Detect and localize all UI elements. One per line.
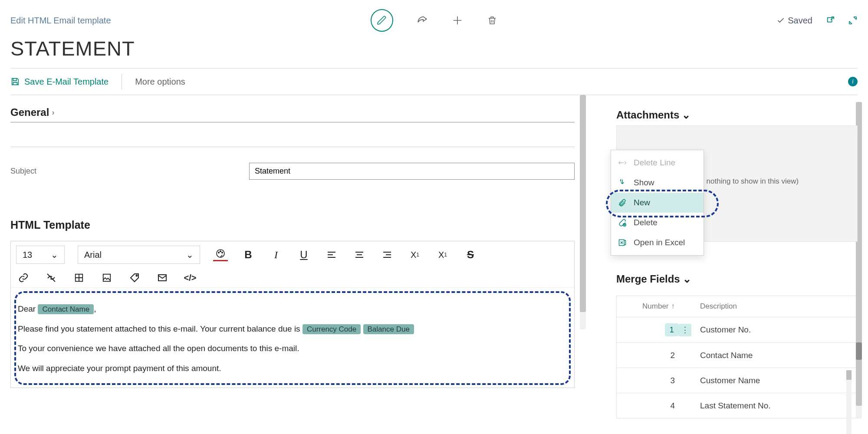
svg-point-3 <box>222 252 223 253</box>
info-badge[interactable]: i <box>848 77 858 86</box>
section-attachments[interactable]: Attachments ⌄ <box>616 95 858 121</box>
share-icon <box>417 15 428 26</box>
text: , <box>94 304 96 313</box>
page-title: STATEMENT <box>0 30 868 68</box>
attachment-delete-icon <box>618 218 627 227</box>
pencil-icon <box>377 15 387 26</box>
palette-icon <box>215 248 226 259</box>
sort-asc-icon: ↑ <box>671 302 675 311</box>
svg-point-1 <box>218 252 219 253</box>
subject-label: Subject <box>10 167 249 176</box>
editor-body[interactable]: Dear Contact Name, Please find you state… <box>11 287 574 388</box>
chevron-down-icon: ⌄ <box>186 250 194 260</box>
align-right-button[interactable] <box>380 250 395 260</box>
table-icon <box>74 273 84 283</box>
section-html-template: HTML Template <box>10 180 575 235</box>
popout-button[interactable] <box>825 16 835 25</box>
unlink-button[interactable] <box>44 273 59 283</box>
text: We will appreciate your prompt payment o… <box>18 358 567 378</box>
separator <box>122 74 122 89</box>
saved-indicator: Saved <box>776 16 812 26</box>
check-icon <box>776 16 785 25</box>
cell-description: Contact Name <box>700 351 852 360</box>
edit-button[interactable] <box>371 9 393 32</box>
scrollbar-thumb[interactable] <box>856 342 862 360</box>
table-button[interactable] <box>72 273 86 283</box>
menu-delete[interactable]: Delete <box>611 213 704 233</box>
cell-description: Customer No. <box>700 325 852 335</box>
align-center-button[interactable] <box>352 250 367 260</box>
attachment-down-icon <box>618 178 627 187</box>
align-left-icon <box>326 250 337 260</box>
font-color-button[interactable] <box>213 248 228 261</box>
cell-description: Last Statement No. <box>700 401 852 411</box>
bold-button[interactable]: B <box>241 249 256 261</box>
col-description[interactable]: Description <box>700 302 852 311</box>
new-button[interactable] <box>451 14 464 26</box>
link-icon <box>18 273 29 283</box>
delete-line-icon <box>618 158 627 167</box>
col-number[interactable]: Number ↑ <box>622 302 678 311</box>
attachments-context-menu: Delete Line Show New Delete Open in Exce… <box>611 150 704 256</box>
link-button[interactable] <box>16 273 31 283</box>
attachment-icon <box>618 198 627 207</box>
section-general[interactable]: General › <box>10 95 575 122</box>
menu-open-excel[interactable]: Open in Excel <box>611 233 704 253</box>
svg-point-6 <box>136 275 138 276</box>
image-button[interactable] <box>99 273 114 283</box>
subject-input[interactable] <box>249 163 575 180</box>
table-row[interactable]: 4 ⋮ Last Statement No. <box>617 393 857 418</box>
popout-icon <box>825 16 835 25</box>
text: Dear <box>18 304 36 313</box>
menu-delete-line: Delete Line <box>611 153 704 173</box>
cell-description: Customer Name <box>700 376 852 385</box>
strikethrough-button[interactable]: S <box>463 249 478 261</box>
delete-button[interactable] <box>487 15 497 26</box>
superscript-button[interactable]: X1 <box>408 250 422 260</box>
chevron-right-icon: › <box>52 108 54 117</box>
font-size-select[interactable]: 13 ⌄ <box>16 246 65 264</box>
italic-button[interactable]: I <box>269 249 283 261</box>
merge-chip-balance-due[interactable]: Balance Due <box>363 324 414 334</box>
more-options-button[interactable]: More options <box>135 77 185 87</box>
scrollbar[interactable] <box>846 370 852 434</box>
excel-icon <box>618 238 627 247</box>
tag-button[interactable] <box>127 273 142 283</box>
unlink-icon <box>46 273 56 283</box>
share-button[interactable] <box>417 15 428 26</box>
menu-show[interactable]: Show <box>611 173 704 193</box>
save-template-button[interactable]: Save E-Mail Template <box>10 77 108 87</box>
text: To your convenience we have attached all… <box>18 339 567 358</box>
chevron-down-icon: ⌄ <box>51 250 58 260</box>
align-left-button[interactable] <box>324 250 339 260</box>
trash-icon <box>487 15 497 26</box>
mail-button[interactable] <box>155 273 170 283</box>
row-more-button[interactable]: ⋮ <box>678 324 691 336</box>
save-icon <box>10 77 20 86</box>
chevron-down-icon: ⌄ <box>682 109 690 121</box>
svg-rect-5 <box>103 274 111 282</box>
table-row[interactable]: 3 ⋮ Customer Name <box>617 368 857 393</box>
section-merge-fields[interactable]: Merge Fields ⌄ <box>616 259 858 285</box>
collapse-icon <box>848 16 858 25</box>
code-button[interactable]: </> <box>183 273 197 283</box>
menu-new[interactable]: New <box>611 193 704 213</box>
image-icon <box>102 273 112 283</box>
align-center-icon <box>354 250 365 260</box>
merge-fields-table: Number ↑ Description 1 ⋮ Customer No. 2 … <box>616 296 858 418</box>
table-row[interactable]: 1 ⋮ Customer No. <box>617 317 857 343</box>
collapse-button[interactable] <box>848 16 858 25</box>
svg-point-2 <box>220 251 221 252</box>
align-right-icon <box>382 250 392 260</box>
merge-chip-contact-name[interactable]: Contact Name <box>38 304 94 314</box>
underline-button[interactable]: U <box>296 249 311 261</box>
mail-icon <box>157 273 168 283</box>
plus-icon <box>451 14 464 26</box>
tag-icon <box>129 273 140 283</box>
text: Please find you statement attached to th… <box>18 324 300 333</box>
merge-chip-currency-code[interactable]: Currency Code <box>302 324 361 334</box>
table-row[interactable]: 2 ⋮ Contact Name <box>617 343 857 368</box>
subscript-button[interactable]: X1 <box>435 250 450 260</box>
font-name-select[interactable]: Arial ⌄ <box>78 246 200 264</box>
chevron-down-icon: ⌄ <box>683 273 691 285</box>
